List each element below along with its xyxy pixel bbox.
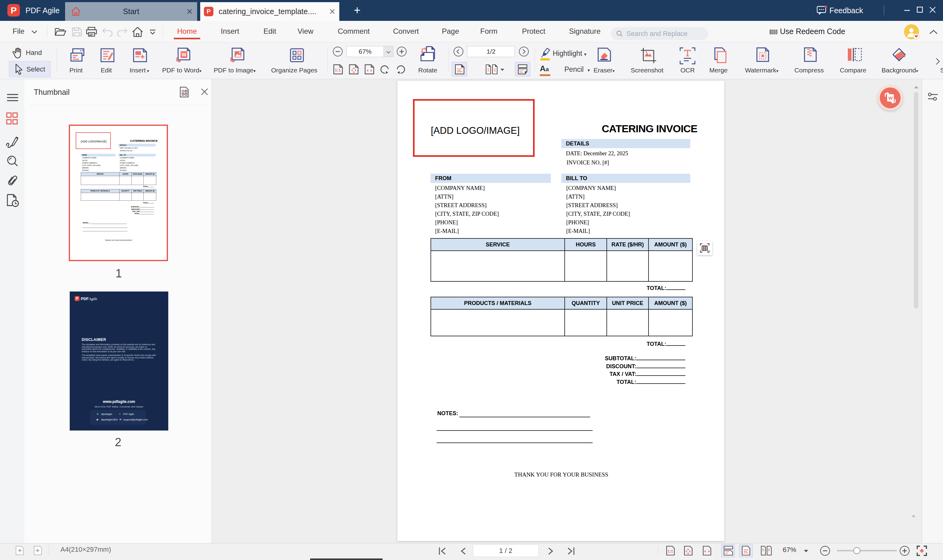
svg-text:1:1: 1:1 <box>335 68 341 72</box>
svg-text:W: W <box>182 52 187 58</box>
svg-text:W: W <box>888 95 893 101</box>
svg-text:1:1: 1:1 <box>667 549 673 554</box>
